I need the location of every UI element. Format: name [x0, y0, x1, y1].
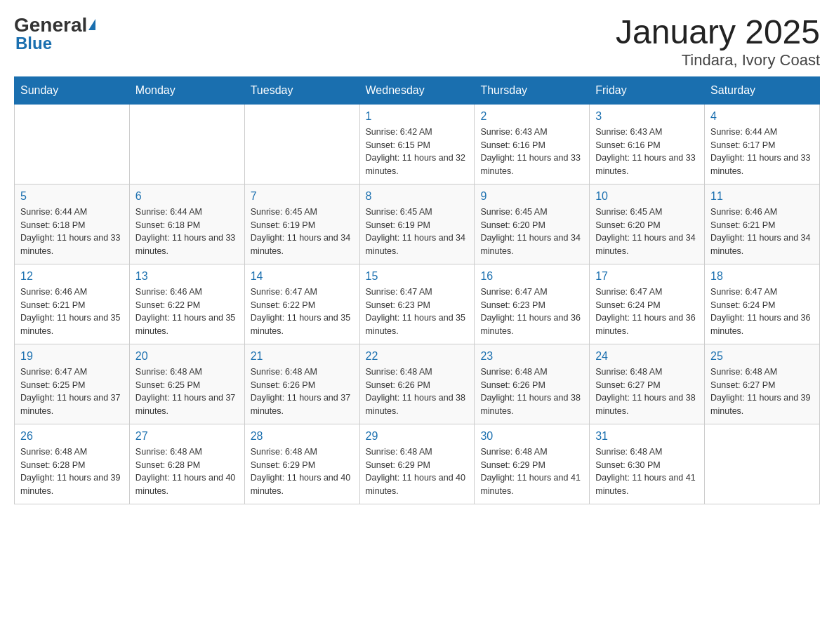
day-info: Sunrise: 6:48 AMSunset: 6:29 PMDaylight:… [366, 445, 469, 498]
page-title: January 2025 [616, 14, 820, 51]
day-info: Sunrise: 6:46 AMSunset: 6:22 PMDaylight:… [135, 286, 239, 338]
day-number: 27 [135, 430, 239, 443]
col-header-sunday: Sunday [15, 76, 130, 104]
day-cell: 23Sunrise: 6:48 AMSunset: 6:26 PMDayligh… [475, 344, 590, 424]
day-number: 9 [480, 190, 583, 203]
day-cell: 5Sunrise: 6:44 AMSunset: 6:18 PMDaylight… [15, 184, 130, 264]
day-cell: 13Sunrise: 6:46 AMSunset: 6:22 PMDayligh… [129, 264, 244, 344]
day-cell: 21Sunrise: 6:48 AMSunset: 6:26 PMDayligh… [244, 344, 359, 424]
day-number: 26 [20, 430, 124, 443]
col-header-monday: Monday [129, 76, 244, 104]
day-cell [705, 424, 820, 504]
day-number: 1 [366, 110, 469, 123]
day-info: Sunrise: 6:43 AMSunset: 6:16 PMDaylight:… [595, 126, 699, 178]
day-number: 7 [251, 190, 354, 203]
day-cell: 3Sunrise: 6:43 AMSunset: 6:16 PMDaylight… [590, 104, 705, 184]
day-info: Sunrise: 6:45 AMSunset: 6:20 PMDaylight:… [595, 206, 699, 258]
day-number: 21 [251, 350, 354, 363]
day-cell: 25Sunrise: 6:48 AMSunset: 6:27 PMDayligh… [705, 344, 820, 424]
day-number: 16 [480, 270, 583, 283]
day-cell: 6Sunrise: 6:44 AMSunset: 6:18 PMDaylight… [129, 184, 244, 264]
day-number: 17 [595, 270, 699, 283]
day-number: 20 [135, 350, 239, 363]
day-info: Sunrise: 6:48 AMSunset: 6:26 PMDaylight:… [480, 365, 583, 418]
day-number: 15 [366, 270, 469, 283]
day-number: 4 [710, 110, 814, 123]
day-info: Sunrise: 6:46 AMSunset: 6:21 PMDaylight:… [710, 206, 814, 258]
day-cell: 10Sunrise: 6:45 AMSunset: 6:20 PMDayligh… [590, 184, 705, 264]
day-info: Sunrise: 6:45 AMSunset: 6:20 PMDaylight:… [480, 206, 583, 258]
day-info: Sunrise: 6:48 AMSunset: 6:30 PMDaylight:… [595, 445, 699, 498]
day-info: Sunrise: 6:47 AMSunset: 6:23 PMDaylight:… [366, 286, 469, 338]
day-info: Sunrise: 6:48 AMSunset: 6:25 PMDaylight:… [135, 365, 239, 418]
day-info: Sunrise: 6:44 AMSunset: 6:18 PMDaylight:… [135, 206, 239, 258]
day-cell: 27Sunrise: 6:48 AMSunset: 6:28 PMDayligh… [129, 424, 244, 504]
day-number: 5 [20, 190, 124, 203]
day-info: Sunrise: 6:48 AMSunset: 6:28 PMDaylight:… [20, 445, 124, 498]
day-cell: 31Sunrise: 6:48 AMSunset: 6:30 PMDayligh… [590, 424, 705, 504]
day-cell: 30Sunrise: 6:48 AMSunset: 6:29 PMDayligh… [475, 424, 590, 504]
day-number: 29 [366, 430, 469, 443]
day-cell [244, 104, 359, 184]
day-cell: 22Sunrise: 6:48 AMSunset: 6:26 PMDayligh… [359, 344, 475, 424]
calendar-table: SundayMondayTuesdayWednesdayThursdayFrid… [14, 76, 820, 504]
day-info: Sunrise: 6:45 AMSunset: 6:19 PMDaylight:… [251, 206, 354, 258]
page-header: General Blue January 2025 Tindara, Ivory… [14, 14, 820, 69]
day-cell: 17Sunrise: 6:47 AMSunset: 6:24 PMDayligh… [590, 264, 705, 344]
day-info: Sunrise: 6:48 AMSunset: 6:26 PMDaylight:… [366, 365, 469, 418]
day-info: Sunrise: 6:48 AMSunset: 6:29 PMDaylight:… [251, 445, 354, 498]
day-cell: 20Sunrise: 6:48 AMSunset: 6:25 PMDayligh… [129, 344, 244, 424]
day-number: 11 [710, 190, 814, 203]
day-info: Sunrise: 6:44 AMSunset: 6:18 PMDaylight:… [20, 206, 124, 258]
day-number: 2 [480, 110, 583, 123]
col-header-wednesday: Wednesday [359, 76, 475, 104]
day-cell: 4Sunrise: 6:44 AMSunset: 6:17 PMDaylight… [705, 104, 820, 184]
day-info: Sunrise: 6:43 AMSunset: 6:16 PMDaylight:… [480, 126, 583, 178]
day-number: 23 [480, 350, 583, 363]
day-info: Sunrise: 6:47 AMSunset: 6:23 PMDaylight:… [480, 286, 583, 338]
day-info: Sunrise: 6:48 AMSunset: 6:26 PMDaylight:… [251, 365, 354, 418]
day-cell: 24Sunrise: 6:48 AMSunset: 6:27 PMDayligh… [590, 344, 705, 424]
day-cell: 12Sunrise: 6:46 AMSunset: 6:21 PMDayligh… [15, 264, 130, 344]
day-info: Sunrise: 6:47 AMSunset: 6:25 PMDaylight:… [20, 365, 124, 418]
day-info: Sunrise: 6:47 AMSunset: 6:22 PMDaylight:… [251, 286, 354, 338]
day-cell: 8Sunrise: 6:45 AMSunset: 6:19 PMDaylight… [359, 184, 475, 264]
day-number: 19 [20, 350, 124, 363]
day-number: 3 [595, 110, 699, 123]
day-number: 13 [135, 270, 239, 283]
day-number: 18 [710, 270, 814, 283]
day-cell: 15Sunrise: 6:47 AMSunset: 6:23 PMDayligh… [359, 264, 475, 344]
day-info: Sunrise: 6:48 AMSunset: 6:29 PMDaylight:… [480, 445, 583, 498]
day-cell: 18Sunrise: 6:47 AMSunset: 6:24 PMDayligh… [705, 264, 820, 344]
day-number: 12 [20, 270, 124, 283]
day-number: 22 [366, 350, 469, 363]
day-number: 8 [366, 190, 469, 203]
day-cell: 26Sunrise: 6:48 AMSunset: 6:28 PMDayligh… [15, 424, 130, 504]
col-header-friday: Friday [590, 76, 705, 104]
week-row-1: 1Sunrise: 6:42 AMSunset: 6:15 PMDaylight… [15, 104, 820, 184]
col-header-thursday: Thursday [475, 76, 590, 104]
logo-blue-text: Blue [15, 34, 52, 53]
day-number: 31 [595, 430, 699, 443]
day-number: 30 [480, 430, 583, 443]
day-cell [15, 104, 130, 184]
day-number: 25 [710, 350, 814, 363]
day-number: 28 [251, 430, 354, 443]
logo-triangle-icon [88, 19, 95, 30]
day-cell: 2Sunrise: 6:43 AMSunset: 6:16 PMDaylight… [475, 104, 590, 184]
day-info: Sunrise: 6:47 AMSunset: 6:24 PMDaylight:… [595, 286, 699, 338]
day-info: Sunrise: 6:48 AMSunset: 6:27 PMDaylight:… [710, 365, 814, 418]
day-cell: 9Sunrise: 6:45 AMSunset: 6:20 PMDaylight… [475, 184, 590, 264]
day-number: 6 [135, 190, 239, 203]
day-cell: 14Sunrise: 6:47 AMSunset: 6:22 PMDayligh… [244, 264, 359, 344]
title-block: January 2025 Tindara, Ivory Coast [616, 14, 820, 69]
day-info: Sunrise: 6:48 AMSunset: 6:28 PMDaylight:… [135, 445, 239, 498]
week-row-2: 5Sunrise: 6:44 AMSunset: 6:18 PMDaylight… [15, 184, 820, 264]
day-info: Sunrise: 6:48 AMSunset: 6:27 PMDaylight:… [595, 365, 699, 418]
week-row-5: 26Sunrise: 6:48 AMSunset: 6:28 PMDayligh… [15, 424, 820, 504]
day-info: Sunrise: 6:46 AMSunset: 6:21 PMDaylight:… [20, 286, 124, 338]
col-header-saturday: Saturday [705, 76, 820, 104]
calendar-header-row: SundayMondayTuesdayWednesdayThursdayFrid… [15, 76, 820, 104]
day-cell: 29Sunrise: 6:48 AMSunset: 6:29 PMDayligh… [359, 424, 475, 504]
day-cell: 11Sunrise: 6:46 AMSunset: 6:21 PMDayligh… [705, 184, 820, 264]
